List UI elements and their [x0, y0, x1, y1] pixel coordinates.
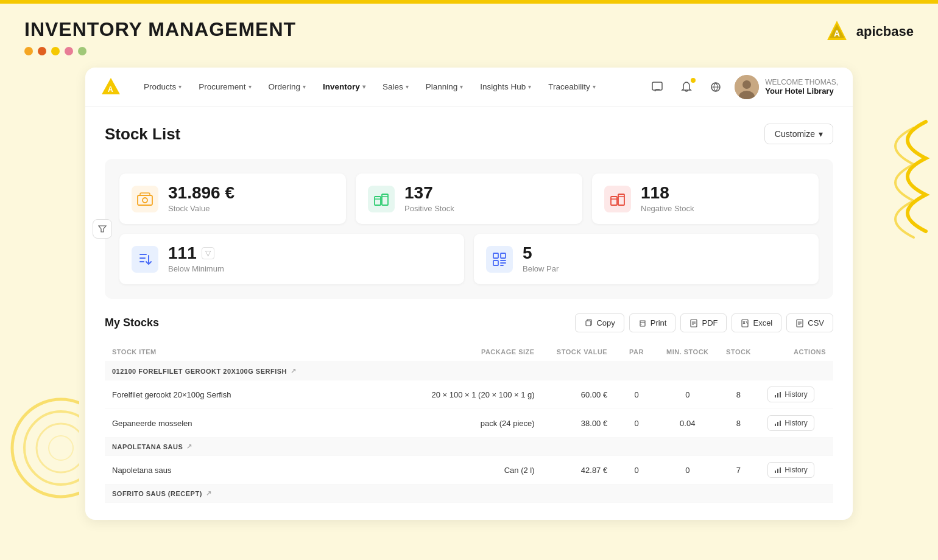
history-button[interactable]: History [767, 415, 814, 431]
negative-stock-label: Negative Stock [641, 204, 694, 213]
category-cell: 012100 FORELFILET GEROOKT 20X100G SERFIS… [105, 362, 833, 380]
below-par-info: 5 Below Par [523, 245, 559, 273]
copy-icon [584, 319, 593, 327]
negative-stock-info: 118 Negative Stock [641, 184, 694, 213]
par-icon [491, 251, 508, 268]
copy-button[interactable]: Copy [575, 313, 624, 332]
nav-logo-icon: A [100, 76, 122, 98]
avatar-image [735, 75, 759, 99]
csv-icon [795, 319, 804, 327]
svg-rect-32 [775, 424, 776, 426]
customize-button[interactable]: Customize ▾ [764, 124, 833, 144]
table-row: NAPOLETANA SAUS ↗ [105, 438, 833, 456]
hotel-name: Your Hotel Library [765, 86, 838, 96]
svg-rect-21 [501, 253, 506, 258]
category-link[interactable]: SOFRITO SAUS (RECEPT) ↗ [112, 489, 211, 497]
filter-small-icon: ▽ [202, 247, 214, 259]
stocks-title: My Stocks [105, 317, 159, 329]
bell-icon [680, 81, 693, 93]
globe-icon-button[interactable] [705, 77, 726, 97]
item-name-cell: Forelfilet gerookt 20×100g Serfish [105, 380, 396, 409]
stat-card-negative-stock: 118 Negative Stock [592, 173, 819, 224]
chevron-down-icon: ▾ [528, 83, 531, 90]
category-link[interactable]: 012100 FORELFILET GEROOKT 20X100G SERFIS… [112, 367, 297, 375]
below-minimum-label: Below Minimum [168, 264, 224, 273]
item-name-cell: Gepaneerde mosselen [105, 409, 396, 438]
par-cell: 0 [615, 456, 658, 485]
nav-item-inventory[interactable]: Inventory ▾ [316, 77, 373, 96]
external-link-icon: ↗ [206, 489, 212, 497]
print-button[interactable]: Print [629, 313, 676, 332]
header-left: INVENTORY MANAGEMENT [24, 18, 296, 55]
money-icon [136, 191, 153, 208]
below-minimum-number-row: 111 ▽ [168, 245, 224, 262]
history-button[interactable]: History [767, 462, 814, 478]
svg-rect-34 [780, 421, 781, 426]
svg-rect-17 [382, 194, 388, 205]
svg-point-12 [742, 80, 751, 89]
nav-item-sales[interactable]: Sales ▾ [375, 77, 416, 96]
nav-item-products[interactable]: Products ▾ [136, 77, 189, 96]
chevron-down-icon: ▾ [303, 83, 306, 90]
stock-value-icon [132, 186, 158, 212]
below-par-number: 5 [523, 245, 559, 262]
actions-cell: History [760, 380, 833, 409]
stock-cell: 8 [717, 380, 761, 409]
svg-rect-20 [493, 253, 498, 258]
nav-item-planning[interactable]: Planning ▾ [418, 77, 471, 96]
apicbase-logo-icon: A [823, 18, 850, 45]
filter-icon-button[interactable] [93, 219, 112, 239]
table-row: SOFRITO SAUS (RECEPT) ↗ [105, 485, 833, 503]
th-par: PAR [615, 342, 658, 362]
stocks-header: My Stocks Copy [105, 313, 833, 332]
chevron-down-icon: ▾ [593, 83, 596, 90]
notification-icon-button[interactable] [676, 77, 697, 97]
apicbase-logo-text: apicbase [856, 24, 914, 40]
dot-2 [38, 47, 46, 55]
content-area: Stock List Customize ▾ [85, 107, 853, 520]
svg-text:A: A [834, 29, 840, 38]
stocks-section: My Stocks Copy [105, 313, 833, 503]
nav-item-insights-hub[interactable]: Insights Hub ▾ [473, 77, 538, 96]
stat-card-stock-value: 31.896 € Stock Value [119, 173, 346, 224]
nav-item-traceability[interactable]: Traceability ▾ [541, 77, 603, 96]
history-button[interactable]: History [767, 387, 814, 402]
category-link[interactable]: NAPOLETANA SAUS ↗ [112, 443, 192, 450]
stat-card-below-par: 5 Below Par [474, 234, 819, 284]
nav-item-ordering[interactable]: Ordering ▾ [261, 77, 314, 96]
svg-rect-9 [652, 82, 662, 90]
deco-circles-left [6, 387, 79, 511]
category-cell: SOFRITO SAUS (RECEPT) ↗ [105, 485, 833, 503]
stock-value-cell: 38.00 € [542, 409, 615, 438]
pdf-icon [689, 319, 698, 327]
apicbase-logo[interactable]: A apicbase [823, 18, 914, 45]
navbar: A Products ▾ Procurement ▾ Ordering ▾ In… [85, 68, 853, 107]
actions-cell: History [760, 409, 833, 438]
chevron-down-icon: ▾ [460, 83, 463, 90]
action-buttons: Copy Print [575, 313, 833, 332]
user-avatar-section[interactable]: WELCOME THOMAS, Your Hotel Library [735, 75, 838, 99]
table-row: 012100 FORELFILET GEROOKT 20X100G SERFIS… [105, 362, 833, 380]
svg-rect-31 [780, 392, 781, 397]
positive-stock-icon [368, 186, 395, 212]
svg-rect-33 [777, 422, 778, 426]
below-minimum-number: 111 [168, 245, 197, 262]
chart-bar-icon [774, 391, 781, 398]
pdf-button[interactable]: PDF [680, 313, 727, 332]
chat-icon-button[interactable] [647, 77, 668, 97]
stock-cell: 7 [717, 456, 761, 485]
svg-rect-29 [775, 395, 776, 397]
nav-item-procurement[interactable]: Procurement ▾ [191, 77, 258, 96]
svg-point-25 [640, 324, 641, 325]
stocks-table: STOCK ITEM PACKAGE SIZE STOCK VALUE PAR … [105, 342, 833, 503]
excel-button[interactable]: Excel [732, 313, 781, 332]
welcome-text: WELCOME THOMAS, [765, 78, 838, 86]
content-top-row: Stock List Customize ▾ [105, 124, 833, 144]
dot-5 [78, 47, 86, 55]
stat-card-positive-stock: 137 Positive Stock [356, 173, 582, 224]
below-minimum-info: 111 ▽ Below Minimum [168, 245, 224, 273]
svg-point-15 [143, 198, 147, 203]
deco-waves-right [877, 110, 932, 246]
csv-button[interactable]: CSV [786, 313, 833, 332]
chart-bar-icon [774, 419, 781, 427]
